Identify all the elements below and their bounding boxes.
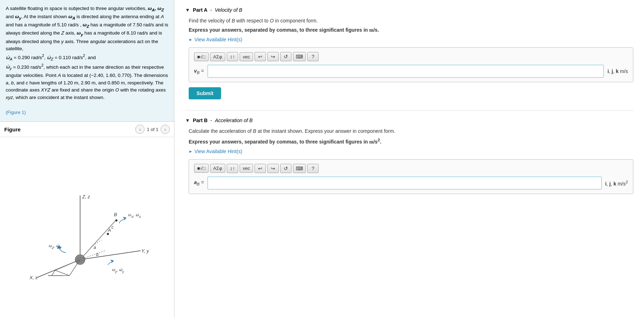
part-b-toolbar: ■√□ ΑΣφ ↕↑ vec ↩ ↪ ↺ ⌨ ? (194, 164, 628, 173)
svg-marker-21 (123, 217, 126, 220)
part-a-body: Find the velocity of B with respect to O… (185, 18, 633, 99)
next-figure-btn[interactable]: › (161, 125, 170, 134)
part-b-hint-label: View Available Hint(s) (194, 148, 242, 154)
part-b-input-row: aB = i, j, k m/s2 (194, 177, 628, 189)
svg-text:c: c (111, 225, 114, 230)
part-b-unit: i, j, k m/s2 (605, 179, 628, 187)
part-b-collapse[interactable]: ▼ (185, 118, 190, 123)
svg-text:Z, z: Z, z (82, 194, 90, 199)
part-b-instruction: Calculate the acceleration of B at the i… (189, 128, 633, 134)
part-a-eq-label: vB = (194, 68, 204, 75)
toolbar-alpha-sigma-a[interactable]: ΑΣφ (210, 52, 225, 61)
part-b-hint-link[interactable]: ► View Available Hint(s) (189, 148, 633, 154)
toolbar-vec-b[interactable]: vec (240, 164, 253, 173)
part-b-eq-label: aB = (194, 179, 204, 186)
part-b-answer-box: ■√□ ΑΣφ ↕↑ vec ↩ ↪ ↺ ⌨ ? aB = i, j, k m/… (189, 159, 633, 194)
part-a-submit-btn[interactable]: Submit (189, 87, 221, 99)
svg-line-2 (80, 251, 141, 260)
part-a-header: ▼ Part A - Velocity of B (185, 7, 633, 13)
toolbar-help-a[interactable]: ? (307, 52, 319, 61)
svg-text:B: B (114, 212, 117, 217)
toolbar-undo-a[interactable]: ↩ (255, 52, 266, 61)
svg-marker-23 (110, 260, 114, 262)
part-b-input[interactable] (208, 177, 602, 189)
toolbar-fraction-root-b[interactable]: ■√□ (194, 164, 209, 173)
svg-text:A: A (108, 228, 111, 233)
part-a-instruction: Find the velocity of B with respect to O… (189, 18, 633, 24)
svg-text:a: a (94, 245, 96, 250)
svg-line-30 (55, 270, 69, 276)
toolbar-undo-b[interactable]: ↩ (255, 164, 266, 173)
toolbar-redo-b[interactable]: ↪ (267, 164, 279, 173)
left-panel: A satellite floating in space is subject… (0, 0, 174, 318)
svg-point-10 (115, 219, 117, 221)
part-b-label: Part B (193, 118, 208, 123)
part-b-header: ▼ Part B - Acceleration of B (185, 118, 633, 123)
part-a-hint-label: View Available Hint(s) (194, 37, 242, 42)
toolbar-vec-a[interactable]: vec (240, 52, 253, 61)
toolbar-arrows-a[interactable]: ↕↑ (227, 52, 238, 61)
part-b-title: Acceleration of B (215, 118, 253, 123)
part-b-hint-arrow: ► (189, 149, 193, 153)
toolbar-help-b[interactable]: ? (307, 164, 319, 173)
part-a-input[interactable] (208, 65, 604, 78)
right-panel: ▼ Part A - Velocity of B Find the veloci… (174, 0, 644, 318)
part-a-unit: i, j, k m/s (607, 68, 628, 74)
toolbar-fraction-root-a[interactable]: ■√□ (194, 52, 209, 61)
part-b-express: Express your answers, separated by comma… (189, 137, 633, 145)
part-a-dash: - (210, 7, 212, 13)
part-a-hint-link[interactable]: ► View Available Hint(s) (189, 37, 633, 42)
part-a-input-row: vB = i, j, k m/s (194, 65, 628, 78)
toolbar-arrows-b[interactable]: ↕↑ (227, 164, 238, 173)
divider (185, 110, 633, 110)
problem-text-area: A satellite floating in space is subject… (0, 0, 174, 121)
part-a-answer-box: ■√□ ΑΣφ ↕↑ vec ↩ ↪ ↺ ⌨ ? vB = i, j, k m/… (189, 47, 633, 82)
figure-link[interactable]: (Figure 1) (6, 110, 26, 115)
svg-point-12 (107, 233, 109, 235)
part-b-section: ▼ Part B - Acceleration of B Calculate t… (185, 118, 633, 194)
part-a-collapse[interactable]: ▼ (185, 7, 190, 13)
figure-header: Figure ‹ 1 of 1 › (0, 122, 174, 137)
figure-nav: ‹ 1 of 1 › (135, 125, 170, 134)
part-a-label: Part A (193, 7, 208, 13)
svg-text:X, x: X, x (29, 275, 38, 280)
figure-diagram: Z, z Y, y X, x B A c (20, 174, 155, 281)
part-a-express: Express your answers, separated by comma… (189, 27, 633, 33)
part-b-dash: - (210, 118, 212, 123)
part-a-title: Velocity of B (215, 7, 242, 13)
figure-title: Figure (4, 126, 135, 132)
svg-text:Y, y: Y, y (141, 248, 150, 254)
svg-text:ωA, ω̇A: ωA, ω̇A (128, 213, 141, 219)
part-a-section: ▼ Part A - Velocity of B Find the veloci… (185, 7, 633, 99)
toolbar-refresh-b[interactable]: ↺ (280, 164, 292, 173)
problem-text: A satellite floating in space is subject… (6, 5, 168, 101)
toolbar-redo-a[interactable]: ↪ (267, 52, 279, 61)
toolbar-keyboard-a[interactable]: ⌨ (293, 52, 306, 61)
page-indicator: 1 of 1 (147, 127, 158, 132)
figure-content: Z, z Y, y X, x B A c (0, 137, 174, 318)
part-a-hint-arrow: ► (189, 37, 193, 42)
figure-section: Figure ‹ 1 of 1 › Z, z Y, y X, x (0, 121, 174, 318)
part-b-body: Calculate the acceleration of B at the i… (185, 128, 633, 194)
toolbar-keyboard-b[interactable]: ⌨ (293, 164, 306, 173)
prev-figure-btn[interactable]: ‹ (135, 125, 145, 134)
toolbar-refresh-a[interactable]: ↺ (280, 52, 292, 61)
svg-text:ωy, ω̇y: ωy, ω̇y (112, 267, 124, 273)
part-a-toolbar: ■√□ ΑΣφ ↕↑ vec ↩ ↪ ↺ ⌨ ? (194, 52, 628, 61)
toolbar-alpha-sigma-b[interactable]: ΑΣφ (210, 164, 225, 173)
svg-text:b: b (96, 252, 99, 257)
